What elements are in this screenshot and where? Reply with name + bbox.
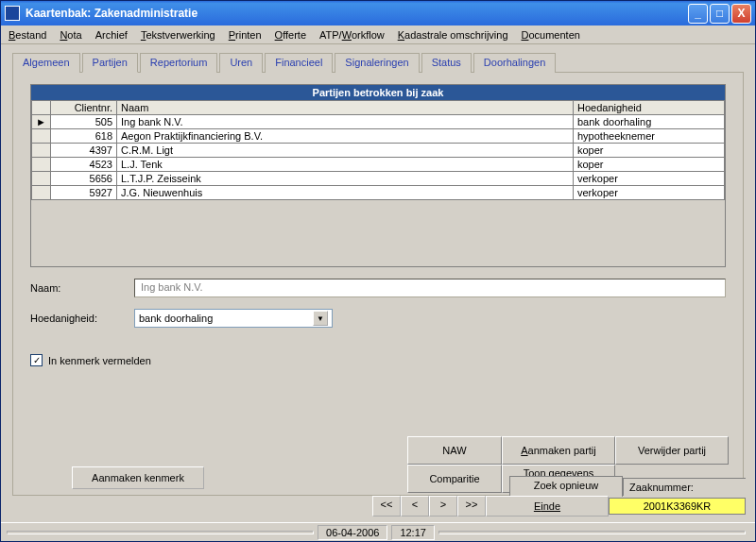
grid-col-naam[interactable]: Naam bbox=[117, 101, 574, 115]
parties-grid[interactable]: Partijen betrokken bij zaak Clientnr. Na… bbox=[30, 84, 726, 267]
menu-kadastrale[interactable]: Kadastrale omschrijving bbox=[398, 29, 508, 41]
nav-last-button[interactable]: >> bbox=[457, 496, 486, 517]
menu-bestand[interactable]: Bestand bbox=[9, 29, 46, 41]
menu-documenten[interactable]: Documenten bbox=[522, 29, 580, 41]
close-button[interactable]: X bbox=[731, 4, 751, 24]
table-row[interactable]: 4397 C.R.M. Ligt koper bbox=[32, 144, 725, 158]
tab-financieel[interactable]: Financieel bbox=[265, 53, 333, 73]
einde-button[interactable]: Einde bbox=[486, 496, 609, 517]
tab-body: Partijen betrokken bij zaak Clientnr. Na… bbox=[12, 73, 744, 496]
hoedanigheid-select[interactable]: bank doorhaling ▼ bbox=[134, 309, 333, 328]
chevron-down-icon[interactable]: ▼ bbox=[313, 311, 328, 326]
menu-tekstverwerking[interactable]: Tekstverwerking bbox=[141, 29, 215, 41]
footer-bar: Zoek opnieuw Zaaknummer: << < > >> Einde… bbox=[1, 472, 755, 522]
zaaknummer-value[interactable]: 2001K3369KR bbox=[609, 498, 746, 515]
aanmaken-partij-button[interactable]: Aanmaken partij bbox=[502, 436, 615, 465]
verwijder-partij-button[interactable]: Verwijder partij bbox=[615, 436, 729, 465]
grid-col-hoed[interactable]: Hoedanigheid bbox=[574, 101, 725, 115]
titlebar: Kaartenbak: Zakenadministratie _ □ X bbox=[1, 1, 755, 25]
table-row[interactable]: ► 505 Ing bank N.V. bank doorhaling bbox=[32, 115, 725, 129]
minimize-button[interactable]: _ bbox=[688, 4, 708, 24]
tab-partijen[interactable]: Partijen bbox=[82, 53, 138, 73]
table-row[interactable]: 618 Aegon Praktijkfinanciering B.V. hypo… bbox=[32, 129, 725, 144]
window-title: Kaartenbak: Zakenadministratie bbox=[26, 7, 198, 20]
row-marker-icon: ► bbox=[32, 115, 51, 129]
status-right bbox=[438, 531, 746, 534]
menubar: Bestand Nota Archief Tekstverwerking Pri… bbox=[1, 25, 755, 44]
table-row[interactable]: 4523 L.J. Tenk koper bbox=[32, 158, 725, 172]
grid-col-client[interactable]: Clientnr. bbox=[51, 101, 117, 115]
tab-status[interactable]: Status bbox=[421, 53, 472, 73]
in-kenmerk-checkbox[interactable]: ✓ bbox=[30, 354, 43, 366]
statusbar: 06-04-2006 12:17 bbox=[1, 522, 755, 541]
grid-empty-area bbox=[31, 200, 725, 266]
in-kenmerk-label: In kenmerk vermelden bbox=[48, 355, 151, 366]
status-left bbox=[7, 531, 314, 534]
grid-rowselector-header bbox=[32, 101, 51, 115]
menu-nota[interactable]: Nota bbox=[60, 29, 81, 41]
tab-algemeen[interactable]: Algemeen bbox=[12, 53, 80, 73]
table-row[interactable]: 5927 J.G. Nieuwenhuis verkoper bbox=[32, 186, 725, 200]
menu-atpw[interactable]: ATP/Workflow bbox=[319, 29, 385, 41]
table-row[interactable]: 5656 L.T.J.P. Zeisseink verkoper bbox=[32, 172, 725, 186]
grid-title: Partijen betrokken bij zaak bbox=[31, 85, 725, 100]
naam-field[interactable]: Ing bank N.V. bbox=[134, 279, 726, 297]
nav-first-button[interactable]: << bbox=[372, 496, 401, 517]
status-time: 12:17 bbox=[391, 525, 435, 540]
tabs: Algemeen Partijen Repertorium Uren Finan… bbox=[12, 52, 744, 73]
hoedanigheid-value: bank doorhaling bbox=[139, 313, 213, 324]
menu-archief[interactable]: Archief bbox=[95, 29, 128, 41]
tab-uren[interactable]: Uren bbox=[219, 53, 263, 73]
menu-printen[interactable]: Printen bbox=[229, 29, 262, 41]
naw-button[interactable]: NAW bbox=[407, 436, 502, 465]
menu-offerte[interactable]: Offerte bbox=[275, 29, 306, 41]
nav-next-button[interactable]: > bbox=[429, 496, 457, 517]
maximize-button[interactable]: □ bbox=[710, 4, 730, 24]
zaaknummer-label: Zaaknummer: bbox=[623, 478, 746, 496]
tab-repertorium[interactable]: Repertorium bbox=[140, 53, 218, 73]
zoek-opnieuw-button[interactable]: Zoek opnieuw bbox=[509, 476, 623, 497]
app-icon bbox=[5, 6, 20, 21]
tab-doorhalingen[interactable]: Doorhalingen bbox=[473, 53, 556, 73]
nav-prev-button[interactable]: < bbox=[401, 496, 429, 517]
hoedanigheid-label: Hoedanigheid: bbox=[30, 313, 134, 324]
tab-signaleringen[interactable]: Signaleringen bbox=[335, 53, 419, 73]
naam-label: Naam: bbox=[30, 282, 134, 294]
status-date: 06-04-2006 bbox=[318, 525, 387, 540]
